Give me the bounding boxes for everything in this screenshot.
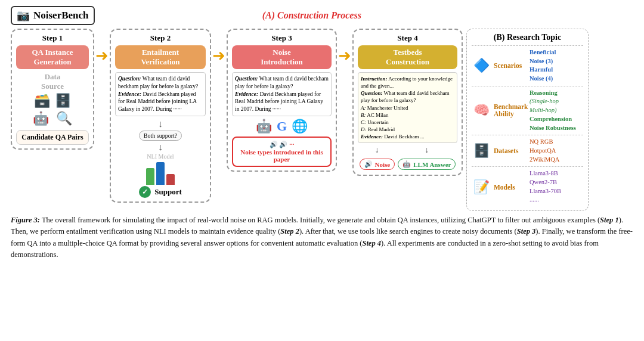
support-text: Support [154,187,182,197]
benchmark-content: Reasoning (Single-hopMulti-hop) Comprehe… [530,89,576,132]
steps-area: Step 1 QA InstanceGeneration DataSource … [11,29,633,211]
step2-label: Step 2 [115,33,206,43]
noise-types-text: 🔊 🔊 ···Noise types introduced in this pa… [240,141,323,163]
down-arrow2-icon: ↓ [158,142,163,153]
step1-box: Step 1 QA InstanceGeneration DataSource … [11,29,94,150]
database-icon1: 🗃️ [34,93,50,108]
llm-answer-badge: 🤖 LLM Answer [398,159,456,170]
noise-types-box: 🔊 🔊 ···Noise types introduced in this pa… [232,137,332,167]
benchmark-row: 🧠 BenchmarkAbility Reasoning (Single-hop… [472,86,583,135]
benchmark-icon: 🧠 [472,103,491,118]
arrow3: ➜ [337,46,352,65]
logo-box: 📷 NoiserBench [11,6,95,25]
step3-box: Step 3 NoiseIntroduction Question: What … [227,29,337,172]
datasets-content: NQ RGB HotpotQA 2WikiMQA [530,138,559,164]
step3-label: Step 3 [232,33,332,43]
benchmark-label: BenchmarkAbility [494,103,527,117]
step1-label: Step 1 [16,33,89,43]
data-source-icons: 🗃️ 🗄️ [16,93,89,108]
bar-chart [115,161,206,185]
scenarios-row: 🔷 Scenarios BeneficialNoise (3) HarmfulN… [472,45,583,86]
llm-answer-text: LLM Answer [413,161,451,168]
right-panel: (B) Research Topic 🔷 Scenarios Beneficia… [466,29,589,211]
datasets-label: Datasets [494,147,527,154]
logo-text: NoiserBench [33,10,89,21]
scenarios-icon: 🔷 [472,58,491,73]
research-panel-title: (B) Research Topic [472,33,583,42]
noise-icon: 🔊 [364,160,373,168]
models-content: Llama3-8B Qwen2-7B Llama3-70B ...... [530,169,561,204]
database-icon2: 🗄️ [55,93,71,108]
data-source-label: DataSource [16,72,89,91]
bar-blue [156,162,165,185]
construction-title: (A) Construction Process [113,10,511,21]
wiki-icon: 🌐 [292,119,308,134]
step2-qa-box: Question: What team did david beckham pl… [115,72,206,116]
header-row: 📷 NoiserBench (A) Construction Process [11,6,633,25]
down-arrow3-icon: ↓ [375,145,379,155]
step4-label: Step 4 [358,33,457,43]
bar-green [146,168,154,185]
caption-text1: The overall framework for simulating the… [11,216,633,259]
both-support-bubble: Both support? [139,131,182,141]
caption-prefix: Figure 3: [11,216,40,224]
nli-model-label: NLI Model [115,153,206,160]
logo-icon: 📷 [17,9,30,22]
check-icon: ✓ [139,186,151,198]
step1-title: QA InstanceGeneration [16,45,89,69]
down-arrow-icon: ↓ [158,119,163,129]
noise-badge: 🔊 Noise [360,159,395,170]
caption: Figure 3: The overall framework for simu… [11,215,633,261]
step2-title: EntailmentVerification [115,45,206,69]
candidate-qa-pairs: Candidate QA Pairs [16,130,89,145]
models-row: 📝 Models Llama3-8B Qwen2-7B Llama3-70B .… [472,166,583,207]
step2-evidence-label: Evidence: David Beckham played for Real … [118,91,197,113]
both-support-text: Both support? [144,132,177,139]
step3-qa-box: Question: What team did david beckham pl… [232,72,332,116]
down-arrow4-icon: ↓ [425,145,429,155]
main-container: 📷 NoiserBench (A) Construction Process S… [0,0,644,267]
arrow2: ➜ [211,46,227,65]
person-search-icon: 🔍 [56,111,72,126]
step3-title: NoiseIntroduction [232,45,332,69]
robot3-icon: 🤖 [402,160,411,168]
google-icon: G [277,119,287,134]
datasets-row: 🗄️ Datasets NQ RGB HotpotQA 2WikiMQA [472,135,583,166]
arrow1: ➜ [94,46,110,65]
support-row: ✓ Support [115,186,206,198]
models-icon: 📝 [472,179,491,195]
robot-icon1: 🤖 [33,111,49,126]
candidate-label: Candidate QA Pairs [21,133,83,141]
models-label: Models [494,184,527,191]
datasets-icon: 🗄️ [472,143,491,159]
noise-text: Noise [375,161,391,168]
step4-title: TestbedsConstruction [358,45,457,69]
step4-box: Step 4 TestbedsConstruction Instruction:… [352,29,463,176]
bar-red [166,174,175,185]
step2-question-label: Question: What team did david beckham pl… [118,76,198,89]
instruction-box: Instruction: According to your knowledge… [358,72,457,143]
tools-row: 🤖 G 🌐 [232,119,332,134]
scenarios-content: BeneficialNoise (3) HarmfulNoise (4) [530,48,556,83]
step2-box: Step 2 EntailmentVerification Question: … [110,29,211,203]
scenarios-label: Scenarios [494,62,527,69]
robot2-icon: 🤖 [256,119,272,134]
